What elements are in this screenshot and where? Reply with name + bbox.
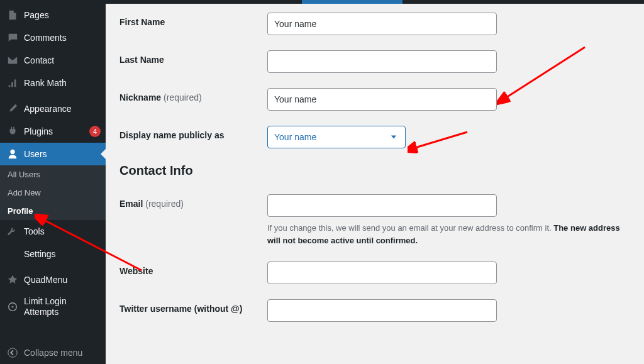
collapse-menu-button[interactable]: Collapse menu — [0, 341, 106, 364]
sidebar-submenu-users: All Users Add New Profile — [0, 165, 106, 220]
sidebar-item-label: Appearance — [24, 104, 101, 114]
sidebar-item-label: QuadMenu — [24, 275, 101, 285]
sidebar-item-label: Tools — [24, 226, 101, 236]
row-first-name: First Name — [119, 13, 631, 35]
sidebar-item-users[interactable]: Users — [0, 143, 106, 165]
page-icon — [6, 9, 19, 21]
twitter-field[interactable] — [267, 299, 497, 322]
email-field[interactable] — [267, 194, 497, 217]
collapse-icon — [6, 346, 19, 359]
quadmenu-icon — [6, 273, 19, 286]
brush-icon — [6, 102, 19, 115]
first-name-field[interactable] — [267, 13, 497, 35]
sidebar-item-label: Rank Math — [24, 78, 101, 88]
admin-bar-accent — [302, 0, 402, 4]
label-display-name: Display name publicly as — [119, 126, 267, 140]
shield-icon — [6, 301, 19, 313]
row-display-name: Display name publicly as Your name — [119, 126, 631, 148]
submenu-item-addnew[interactable]: Add New — [0, 184, 106, 202]
chevron-down-icon — [389, 132, 399, 142]
sidebar-item-rankmath[interactable]: Rank Math — [0, 72, 106, 94]
sidebar-item-pages[interactable]: Pages — [0, 4, 106, 26]
sidebar-item-label: Settings — [24, 249, 101, 259]
sidebar-item-settings[interactable]: Settings — [0, 243, 106, 265]
label-nickname: Nickname (required) — [119, 88, 267, 102]
row-website: Website — [119, 262, 631, 284]
email-description: If you change this, we will send you an … — [267, 222, 631, 246]
plug-icon — [6, 125, 19, 138]
sidebar-item-plugins[interactable]: Plugins 4 — [0, 120, 106, 143]
submenu-item-profile[interactable]: Profile — [0, 202, 106, 220]
collapse-label: Collapse menu — [24, 348, 82, 358]
admin-bar — [0, 0, 644, 4]
label-first-name: First Name — [119, 13, 267, 27]
label-twitter: Twitter username (without @) — [119, 299, 267, 314]
user-icon — [6, 148, 19, 160]
label-email: Email (required) — [119, 194, 267, 209]
sidebar-item-label: Plugins — [24, 126, 85, 136]
sidebar-item-label: Users — [24, 149, 101, 159]
label-website: Website — [119, 262, 267, 276]
sidebar-item-appearance[interactable]: Appearance — [0, 97, 106, 120]
sidebar-item-tools[interactable]: Tools — [0, 220, 106, 243]
sidebar-item-label: Comments — [24, 33, 101, 43]
update-badge: 4 — [89, 126, 101, 137]
row-nickname: Nickname (required) — [119, 88, 631, 111]
nickname-field[interactable] — [267, 88, 497, 111]
select-value: Your name — [274, 132, 316, 142]
profile-form: First Name Last Name Nickname (required)… — [106, 0, 644, 364]
sidebar-item-contact[interactable]: Contact — [0, 49, 106, 72]
sidebar-item-label: Contact — [24, 55, 101, 65]
chart-icon — [6, 77, 19, 89]
svg-point-1 — [11, 306, 14, 308]
sidebar-item-quadmenu[interactable]: QuadMenu — [0, 268, 106, 291]
row-twitter: Twitter username (without @) — [119, 299, 631, 322]
svg-point-2 — [8, 348, 17, 357]
website-field[interactable] — [267, 262, 497, 284]
sidebar-item-label: Pages — [24, 10, 101, 20]
row-last-name: Last Name — [119, 50, 631, 73]
contact-info-heading: Contact Info — [119, 163, 631, 178]
sliders-icon — [6, 248, 19, 260]
display-name-select[interactable]: Your name — [267, 126, 406, 148]
wrench-icon — [6, 225, 19, 238]
sidebar-item-label: Limit Login Attempts — [24, 296, 101, 317]
row-email: Email (required) If you change this, we … — [119, 194, 631, 246]
sidebar-item-limitlogin[interactable]: Limit Login Attempts — [0, 291, 106, 323]
last-name-field[interactable] — [267, 50, 497, 73]
mail-icon — [6, 54, 19, 67]
sidebar-item-comments[interactable]: Comments — [0, 26, 106, 49]
comment-icon — [6, 31, 19, 44]
admin-sidebar: Pages Comments Contact Rank Math Appeara… — [0, 0, 106, 364]
label-last-name: Last Name — [119, 50, 267, 65]
submenu-item-allusers[interactable]: All Users — [0, 165, 106, 184]
